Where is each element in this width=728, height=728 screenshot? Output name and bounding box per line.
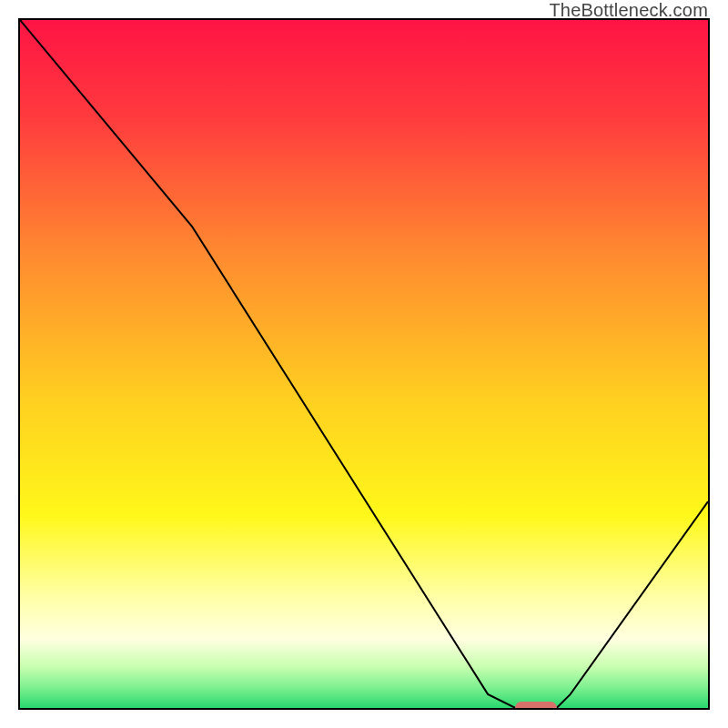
chart-frame — [18, 18, 710, 710]
bottleneck-curve — [20, 20, 708, 708]
optimal-point-marker — [515, 702, 556, 710]
curve-path — [20, 20, 708, 708]
